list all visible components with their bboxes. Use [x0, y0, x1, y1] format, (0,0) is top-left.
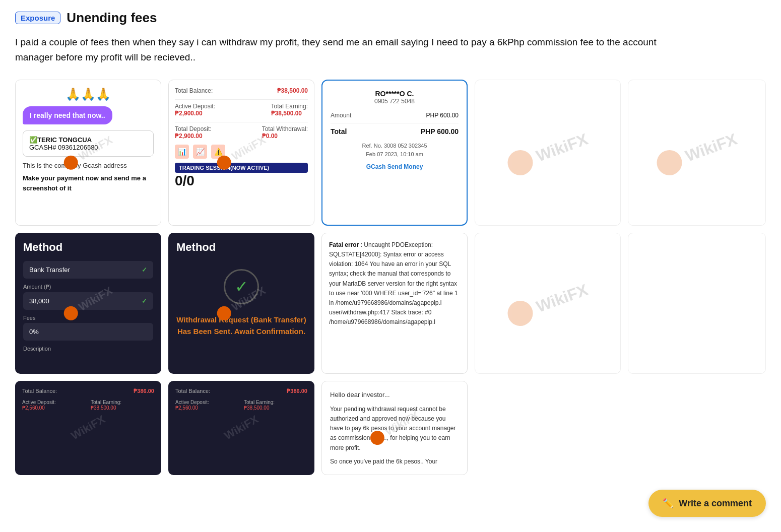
- write-comment-button[interactable]: ✏️ Write a comment: [648, 490, 766, 517]
- error-message-card: Fatal error : Uncaught PDOException: SQL…: [321, 233, 468, 374]
- fees-label: Fees: [23, 315, 153, 321]
- chat-screenshot: WikiFX 🙏🙏🙏 I really need that now.. ✅TER…: [15, 80, 161, 226]
- amount-input-label: Amount (₱): [23, 284, 153, 290]
- active-deposit-sub-12: Active Deposit: ₱2,560.00: [175, 400, 239, 411]
- empty-right-card: [628, 233, 766, 374]
- total-earning-value: ₱38,500.00: [271, 110, 308, 117]
- balance-sub-grid-12: Active Deposit: ₱2,560.00 Total Earning:…: [175, 400, 307, 411]
- payment-instruction-text: Make your payment now and send me a scre…: [23, 173, 154, 193]
- sender-name: ✅TERIC TONGCUA: [29, 136, 147, 144]
- total-earning-sub-12: Total Earning: ₱38,500.00: [244, 400, 307, 411]
- total-earning-sub-11: Total Earning: ₱38,500.00: [91, 400, 154, 411]
- wikifx-watermark-12: WikiFX: [222, 413, 261, 443]
- total-earning-sub-value-12: ₱38,500.00: [244, 405, 307, 411]
- total-withdrawal-value: ₱0.00: [262, 132, 308, 140]
- company-address-text: This is the company Gcash address: [23, 161, 154, 171]
- trading-icons-row: 📊 📈 ⚠️: [175, 145, 308, 159]
- page-description: I paid a couple of fees then when they s…: [15, 35, 670, 65]
- fees-input-group: Fees 0%: [23, 315, 153, 341]
- email-message-card: WikiFX Hello dear investor... Your pendi…: [321, 381, 468, 475]
- write-comment-label: Write a comment: [679, 498, 752, 509]
- active-deposit-sub-value-12: ₱2,560.00: [175, 405, 239, 411]
- total-balance-label: Total Balance:: [175, 87, 213, 94]
- amount-input-value: 38,000 ✓: [23, 292, 153, 310]
- total-earning-sub-value-11: ₱38,500.00: [91, 405, 154, 411]
- trading-ratio: 0/0: [175, 173, 308, 189]
- ref-number: Ref. No. 3008 052 302345: [331, 142, 459, 151]
- amount-value: PHP 600.00: [426, 112, 459, 119]
- balance-row-2: Total Balance: ₱386.00: [175, 388, 307, 394]
- withdrawal-confirmation: WikiFX Method ✓ Withdrawal Request (Bank…: [168, 233, 314, 374]
- active-deposit-sub-label-12: Active Deposit:: [175, 400, 239, 405]
- wikifx-logo-9: [504, 297, 536, 329]
- balance-sub-grid-11: Active Deposit: ₱2,560.00 Total Earning:…: [22, 400, 154, 411]
- total-earning-sub-label-12: Total Earning:: [244, 400, 307, 405]
- wikifx-card-5: WikiFX: [628, 80, 766, 226]
- fees-value: 0%: [23, 323, 153, 341]
- confirm-check-circle: ✓: [224, 269, 259, 304]
- total-deposit-label: Total Deposit:: [175, 125, 212, 132]
- emoji-row: 🙏🙏🙏: [23, 87, 154, 101]
- recipient-phone: 0905 722 5048: [331, 98, 459, 105]
- wikifx-card-9: WikiFX: [475, 233, 621, 374]
- checkmark-icon: ✓: [142, 266, 147, 274]
- icon-2: 📈: [193, 145, 207, 159]
- wikifx-large-watermark: WikiFX: [504, 126, 591, 179]
- withdrawal-method-form: WikiFX Method Bank Transfer ✓ Amount (₱)…: [15, 233, 161, 374]
- gcash-send-money-label: GCash Send Money: [331, 163, 459, 170]
- total-balance-value-12: ₱386.00: [287, 388, 307, 394]
- recipient-name: RO*****O C.: [331, 90, 459, 98]
- total-balance-row: Total Balance: ₱38,500.00: [175, 87, 308, 94]
- active-deposit-label: Active Deposit:: [175, 103, 215, 110]
- deposit-withdrawal-row: Total Deposit: ₱2,900.00 Total Withdrawa…: [175, 125, 308, 140]
- receipt-header: RO*****O C. 0905 722 5048: [331, 90, 459, 105]
- total-row: Total PHP 600.00: [331, 127, 459, 136]
- amount-row: Amount PHP 600.00: [331, 112, 459, 123]
- active-deposit-row: Active Deposit: ₱2,900.00 Total Earning:…: [175, 103, 308, 117]
- screenshots-grid: WikiFX 🙏🙏🙏 I really need that now.. ✅TER…: [15, 80, 766, 475]
- error-title: Fatal error: [329, 241, 359, 248]
- email-greeting: Hello dear investor...: [330, 389, 459, 401]
- gcash-receipt: RO*****O C. 0905 722 5048 Amount PHP 600…: [321, 80, 468, 226]
- balance-dark-1: WikiFX Total Balance: ₱386.00 Active Dep…: [15, 381, 161, 475]
- bank-transfer-select[interactable]: Bank Transfer ✓: [23, 261, 153, 279]
- total-balance-value: ₱38,500.00: [277, 87, 308, 94]
- email-body-2: So once you've paid the 6k pesos.. Your: [330, 457, 459, 467]
- fees-number: 0%: [29, 328, 39, 336]
- amount-input-group: Amount (₱) 38,000 ✓: [23, 284, 153, 310]
- chat-bubble: I really need that now..: [23, 106, 112, 124]
- wikifx-text: WikiFX: [534, 129, 591, 165]
- exposure-badge: Exposure: [15, 12, 60, 24]
- total-balance-label-12: Total Balance:: [175, 388, 210, 394]
- email-body-1: Your pending withdrawal request cannot b…: [330, 405, 459, 453]
- amount-number: 38,000: [29, 297, 49, 305]
- method-title: Method: [23, 241, 153, 254]
- wikifx-text-9: WikiFX: [534, 280, 591, 316]
- active-deposit-sub-value-11: ₱2,560.00: [22, 405, 86, 411]
- balance-dark-2: WikiFX Total Balance: ₱386.00 Active Dep…: [168, 381, 314, 475]
- trading-app-screenshot: WikiFX Total Balance: ₱38,500.00 Active …: [168, 80, 314, 226]
- wikifx-card-4: WikiFX: [475, 80, 621, 226]
- gcash-number: GCASH# 09361206580: [29, 144, 147, 151]
- page-title: Unending fees: [67, 10, 157, 26]
- total-withdrawal-label: Total Withdrawal:: [262, 125, 308, 132]
- total-earning-sub-label-11: Total Earning:: [91, 400, 154, 405]
- page-header: Exposure Unending fees: [15, 10, 766, 26]
- ref-info: Ref. No. 3008 052 302345 Feb 07 2023, 10…: [331, 142, 459, 159]
- method-confirm-title: Method: [176, 241, 216, 254]
- error-text: Fatal error : Uncaught PDOException: SQL…: [329, 240, 460, 327]
- icon-3: ⚠️: [211, 145, 225, 159]
- total-deposit-value: ₱2,900.00: [175, 132, 212, 140]
- total-balance-value-11: ₱386.00: [134, 388, 154, 394]
- bottom-right-area: [475, 381, 766, 475]
- total-balance-label-11: Total Balance:: [22, 388, 57, 394]
- active-deposit-value: ₱2,900.00: [175, 110, 215, 117]
- wikifx-logo: [504, 147, 536, 179]
- icon-1: 📊: [175, 145, 189, 159]
- description-label: Description: [23, 346, 153, 352]
- wikifx-large-watermark-right: WikiFX: [653, 126, 740, 179]
- total-value: PHP 600.00: [421, 127, 459, 136]
- chat-info-box: ✅TERIC TONGCUA GCASH# 09361206580: [23, 130, 154, 157]
- wikifx-text-right: WikiFX: [683, 129, 740, 165]
- amount-label: Amount: [331, 112, 351, 119]
